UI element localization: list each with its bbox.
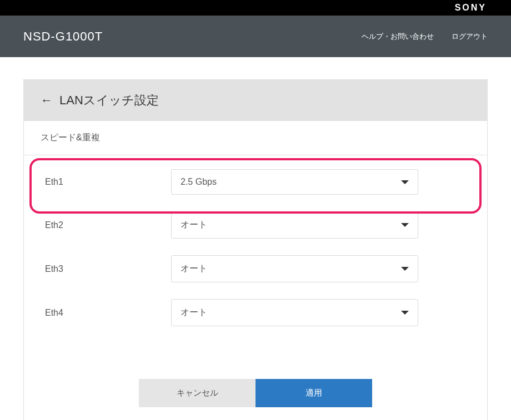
row-eth1: Eth1 2.5 Gbps — [41, 161, 470, 203]
select-value-eth1: 2.5 Gbps — [181, 177, 217, 187]
section-header: スピード&重複 — [24, 121, 487, 155]
settings-panel: ← LANスイッチ設定 スピード&重複 Eth1 2.5 Gbps Eth2 — [23, 79, 488, 420]
select-eth1[interactable]: 2.5 Gbps — [171, 169, 418, 195]
row-label-eth4: Eth4 — [41, 308, 171, 318]
button-row: キャンセル 適用 — [24, 357, 487, 420]
chevron-down-icon — [401, 311, 409, 315]
select-value-eth4: オート — [181, 307, 207, 318]
cancel-button[interactable]: キャンセル — [139, 379, 255, 407]
row-label-eth1: Eth1 — [41, 177, 171, 187]
row-eth4: Eth4 オート — [41, 291, 470, 335]
back-arrow-icon[interactable]: ← — [41, 93, 53, 108]
panel-header: ← LANスイッチ設定 — [24, 80, 487, 121]
help-link[interactable]: ヘルプ・お問い合わせ — [362, 32, 434, 42]
chevron-down-icon — [401, 180, 409, 184]
row-label-eth3: Eth3 — [41, 264, 171, 274]
select-value-eth3: オート — [181, 263, 207, 275]
nav-bar: NSD-G1000T ヘルプ・お問い合わせ ログアウト — [0, 16, 511, 57]
form-area: Eth1 2.5 Gbps Eth2 オート E — [24, 155, 487, 357]
logout-link[interactable]: ログアウト — [452, 32, 488, 42]
top-bar: SONY — [0, 0, 511, 16]
select-value-eth2: オート — [181, 219, 207, 231]
select-eth3[interactable]: オート — [171, 255, 418, 282]
select-eth4[interactable]: オート — [171, 299, 418, 326]
apply-button[interactable]: 適用 — [255, 379, 372, 407]
nav-links: ヘルプ・お問い合わせ ログアウト — [362, 32, 488, 42]
chevron-down-icon — [401, 223, 409, 227]
brand-logo: SONY — [455, 3, 487, 13]
content-wrapper: ← LANスイッチ設定 スピード&重複 Eth1 2.5 Gbps Eth2 — [0, 57, 511, 420]
select-eth2[interactable]: オート — [171, 211, 418, 239]
row-label-eth2: Eth2 — [41, 220, 171, 230]
chevron-down-icon — [401, 267, 409, 271]
row-eth2: Eth2 オート — [41, 203, 470, 247]
row-eth3: Eth3 オート — [41, 247, 470, 291]
model-name: NSD-G1000T — [23, 29, 103, 44]
panel-title: LANスイッチ設定 — [59, 92, 159, 109]
